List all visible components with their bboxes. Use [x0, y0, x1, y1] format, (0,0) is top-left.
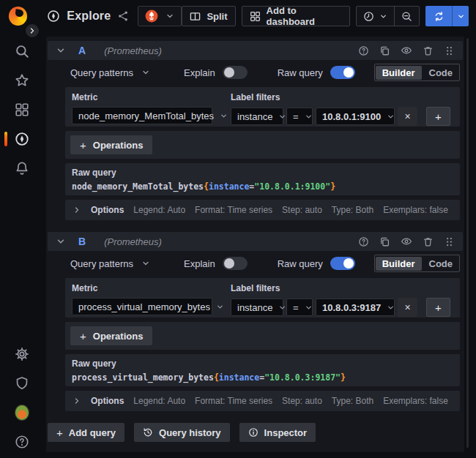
- chevron-down-icon: [457, 12, 465, 20]
- chevron-down-icon: [220, 112, 228, 120]
- inspector-button[interactable]: Inspector: [239, 423, 316, 442]
- plus-icon: +: [435, 110, 442, 123]
- query-help-icon[interactable]: [358, 45, 369, 56]
- query-ref-letter: A: [78, 45, 86, 56]
- query-history-button[interactable]: Query history: [134, 423, 230, 442]
- sidebar-item-explore[interactable]: [15, 132, 29, 146]
- options-exemplars: Exemplars: false: [383, 205, 448, 215]
- dashboards-grid-icon: [15, 102, 29, 117]
- sidebar-item-help[interactable]: [15, 435, 29, 449]
- explore-pane: A (Prometheus) Query patterns Explain Ra…: [46, 37, 464, 452]
- duplicate-query-icon[interactable]: [379, 45, 390, 56]
- editor-mode-switch: Builder Code: [374, 255, 460, 272]
- add-query-button[interactable]: + Add query: [48, 423, 124, 442]
- remove-filter-button[interactable]: ×: [398, 107, 417, 126]
- options-toggle[interactable]: Options: [91, 205, 124, 215]
- filter-value-select[interactable]: 10.8.0.1:9100: [316, 108, 395, 125]
- collapse-chevron-down-icon[interactable]: [56, 45, 66, 56]
- filter-operator-value: =: [293, 111, 299, 122]
- run-query-split-button: [425, 6, 469, 26]
- time-range-controls: [356, 6, 420, 26]
- filter-key-select[interactable]: instance: [231, 299, 283, 316]
- collapse-chevron-down-icon[interactable]: [56, 236, 66, 247]
- filter-key-value: instance: [237, 302, 272, 313]
- filter-operator-select[interactable]: =: [286, 299, 313, 316]
- builder-mode-button[interactable]: Builder: [376, 66, 422, 80]
- add-filter-button[interactable]: +: [426, 298, 450, 317]
- query-patterns-dropdown[interactable]: Query patterns: [70, 67, 133, 78]
- filter-value: 10.8.0.1:9100: [322, 111, 381, 122]
- remove-filter-button[interactable]: ×: [398, 298, 417, 317]
- sidebar-item-search[interactable]: [15, 44, 29, 59]
- add-to-dashboard-button[interactable]: Add to dashboard: [242, 6, 351, 26]
- disable-query-eye-icon[interactable]: [401, 45, 412, 56]
- duplicate-query-icon[interactable]: [379, 236, 390, 247]
- options-type: Type: Both: [332, 205, 373, 215]
- sidebar-item-configuration[interactable]: [15, 347, 29, 361]
- sidebar-item-server-admin[interactable]: [15, 376, 29, 391]
- operations-button[interactable]: + Operations: [70, 135, 152, 154]
- sidebar-item-alerting[interactable]: [15, 161, 29, 176]
- chevron-down-icon: [166, 12, 174, 20]
- chevron-down-icon: [216, 303, 224, 311]
- sidebar-expand-button[interactable]: [24, 23, 40, 39]
- sidebar-item-profile[interactable]: [15, 405, 29, 420]
- split-button[interactable]: Split: [182, 6, 235, 26]
- vertical-scrollbar[interactable]: [466, 38, 469, 448]
- filter-value-select[interactable]: 10.8.0.3:9187: [316, 299, 395, 316]
- refresh-button[interactable]: [425, 6, 452, 26]
- filter-operator-select[interactable]: =: [286, 108, 313, 125]
- query-patterns-dropdown[interactable]: Query patterns: [70, 258, 133, 269]
- share-icon[interactable]: [117, 10, 129, 22]
- filter-key-select[interactable]: instance: [231, 108, 283, 125]
- raw-query-title: Raw query: [72, 168, 453, 178]
- close-icon: ×: [404, 301, 410, 313]
- plus-icon: +: [80, 330, 86, 342]
- add-filter-button[interactable]: +: [426, 107, 450, 126]
- query-header-a: A (Prometheus): [48, 41, 463, 60]
- code-mode-button[interactable]: Code: [423, 257, 460, 271]
- operations-label: Operations: [93, 331, 144, 342]
- time-picker-button[interactable]: [357, 7, 394, 26]
- info-circle-icon: [248, 427, 259, 438]
- remove-query-trash-icon[interactable]: [423, 236, 434, 247]
- options-expand-chevron-icon[interactable]: [72, 206, 81, 214]
- code-mode-button[interactable]: Code: [423, 66, 460, 80]
- raw-query-toggle-label: Raw query: [278, 67, 323, 78]
- editor-mode-switch: Builder Code: [374, 64, 460, 81]
- drag-handle-icon[interactable]: [444, 45, 455, 56]
- explain-toggle[interactable]: [223, 257, 248, 270]
- zoom-out-icon: [401, 11, 412, 22]
- options-format: Format: Time series: [195, 205, 272, 215]
- raw-query-toggle[interactable]: [330, 257, 355, 270]
- query-ref-letter: B: [78, 236, 86, 247]
- refresh-interval-dropdown[interactable]: [452, 6, 469, 26]
- refresh-sync-icon: [434, 11, 445, 22]
- page-title: Explore: [67, 10, 111, 23]
- explain-toggle[interactable]: [223, 66, 248, 79]
- filter-operator-value: =: [293, 302, 299, 313]
- builder-mode-button[interactable]: Builder: [376, 257, 422, 271]
- zoom-out-time-button[interactable]: [395, 7, 419, 26]
- add-to-dashboard-label: Add to dashboard: [267, 5, 343, 27]
- metric-select[interactable]: node_memory_MemTotal_bytes: [72, 107, 212, 124]
- datasource-picker[interactable]: [138, 6, 182, 26]
- operations-button[interactable]: + Operations: [70, 326, 152, 345]
- compass-icon: [15, 132, 29, 146]
- options-toggle[interactable]: Options: [91, 396, 124, 406]
- sidebar-item-dashboards[interactable]: [15, 102, 29, 117]
- sidebar-item-starred[interactable]: [15, 73, 29, 88]
- explore-footer: + Add query Query history Inspector: [48, 423, 463, 442]
- chevron-down-icon: [278, 113, 286, 121]
- metric-select[interactable]: process_virtual_memory_bytes: [72, 298, 212, 315]
- remove-query-trash-icon[interactable]: [423, 45, 434, 56]
- chevron-down-icon: [379, 12, 387, 20]
- raw-query-toggle[interactable]: [330, 66, 355, 79]
- star-icon: [15, 73, 29, 88]
- drag-handle-icon[interactable]: [444, 236, 455, 247]
- label-filters-label: Label filters: [231, 283, 450, 293]
- query-help-icon[interactable]: [358, 236, 369, 247]
- query-datasource-name: (Prometheus): [104, 236, 162, 247]
- disable-query-eye-icon[interactable]: [401, 236, 412, 247]
- options-expand-chevron-icon[interactable]: [72, 397, 81, 405]
